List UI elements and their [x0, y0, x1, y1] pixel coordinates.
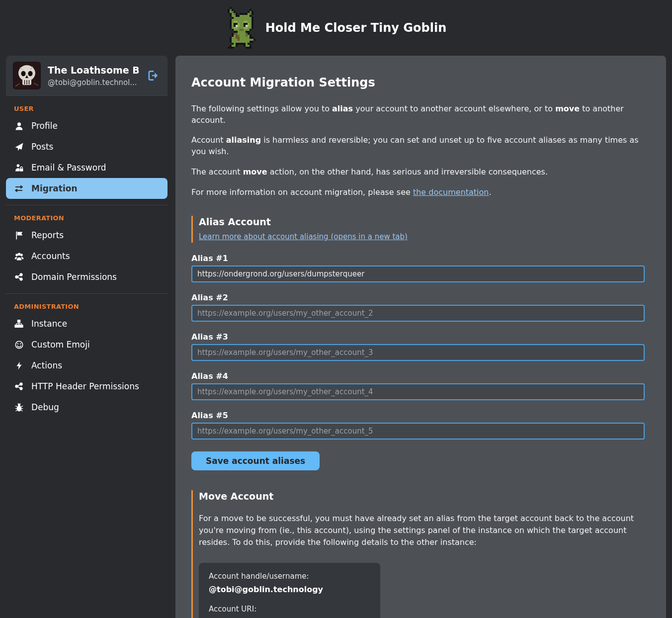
share-nodes-icon [14, 382, 24, 390]
alias-5-input[interactable] [191, 423, 645, 440]
sidebar-item-debug[interactable]: Debug [6, 397, 168, 418]
share-nodes-icon [14, 273, 24, 281]
account-uri-label: Account URI: [209, 605, 370, 614]
sidebar-item-custom-emoji[interactable]: Custom Emoji [6, 334, 168, 355]
section-label: ADMINISTRATION [14, 303, 168, 310]
alias-1-input[interactable] [191, 265, 645, 282]
users-icon [14, 252, 24, 261]
move-account-title: Move Account [199, 491, 645, 502]
alias-account-section-head: Alias Account Learn more about account a… [191, 216, 645, 243]
user-lock-icon [14, 164, 24, 172]
sidebar-item-migration[interactable]: Migration [6, 178, 168, 199]
intro-paragraph: For more information on account migratio… [191, 187, 645, 198]
alias-2-label: Alias #2 [191, 293, 645, 302]
intro-paragraph: The following settings allow you to alia… [191, 103, 645, 126]
account-handle-label: Account handle/username: [209, 572, 370, 581]
avatar [13, 62, 41, 89]
exchange-arrows-icon [14, 185, 24, 192]
documentation-link[interactable]: the documentation [413, 187, 489, 197]
app-header: Hold Me Closer Tiny Goblin [0, 0, 672, 56]
alias-5-label: Alias #5 [191, 411, 645, 420]
sidebar-item-http-header-permissions[interactable]: HTTP Header Permissions [6, 376, 168, 397]
account-details-box: Account handle/username: @tobi@goblin.te… [199, 563, 380, 618]
sidebar-item-profile[interactable]: Profile [6, 115, 168, 136]
section-label: USER [14, 105, 168, 112]
move-account-description: For a move to be successful, you must ha… [199, 513, 645, 548]
user-display-name: The Loathsome B... [48, 65, 139, 76]
save-account-aliases-button[interactable]: Save account aliases [191, 451, 320, 470]
sidebar-section-moderation: MODERATION Reports [6, 205, 168, 293]
goblin-logo-icon [226, 7, 255, 49]
sign-out-icon[interactable] [146, 68, 161, 83]
smiley-icon [14, 341, 24, 349]
alias-4-label: Alias #4 [191, 371, 645, 381]
user-handle: @tobi@goblin.technol... [48, 78, 139, 87]
sidebar-section-user: USER Profile Posts [6, 95, 168, 205]
bolt-icon [14, 361, 24, 370]
section-label: MODERATION [14, 214, 168, 222]
sitemap-icon [14, 320, 24, 328]
user-icon [14, 122, 24, 130]
alias-1-label: Alias #1 [191, 254, 645, 263]
intro-paragraph: The account move action, on the other ha… [191, 167, 645, 178]
page-title: Account Migration Settings [191, 76, 645, 89]
alias-4-input[interactable] [191, 383, 645, 400]
app-title: Hold Me Closer Tiny Goblin [265, 21, 447, 35]
sidebar-item-accounts[interactable]: Accounts [6, 246, 168, 266]
sidebar-item-actions[interactable]: Actions [6, 355, 168, 376]
paper-plane-icon [14, 143, 24, 151]
sidebar-section-administration: ADMINISTRATION Instance [6, 293, 168, 424]
sidebar-item-posts[interactable]: Posts [6, 136, 168, 157]
user-card: The Loathsome B... @tobi@goblin.technol.… [6, 56, 168, 95]
alias-learn-more-link[interactable]: Learn more about account aliasing (opens… [199, 232, 408, 241]
alias-2-input[interactable] [191, 305, 645, 322]
sidebar-item-instance[interactable]: Instance [6, 313, 168, 334]
bug-icon [14, 403, 24, 412]
flag-icon [14, 231, 24, 240]
sidebar: The Loathsome B... @tobi@goblin.technol.… [6, 56, 168, 424]
main-panel: Account Migration Settings The following… [175, 56, 666, 618]
intro-paragraph: Account aliasing is harmless and reversi… [191, 135, 645, 157]
move-account-section: Move Account For a move to be successful… [191, 490, 645, 618]
sidebar-item-email-password[interactable]: Email & Password [6, 157, 168, 178]
sidebar-item-reports[interactable]: Reports [6, 225, 168, 246]
account-handle-value: @tobi@goblin.technology [209, 585, 370, 594]
alias-account-title: Alias Account [199, 216, 645, 227]
sidebar-item-domain-permissions[interactable]: Domain Permissions [6, 266, 168, 287]
alias-form: Alias #1 Alias #2 Alias #3 Alias #4 Alia… [191, 254, 645, 470]
alias-3-input[interactable] [191, 344, 645, 361]
alias-3-label: Alias #3 [191, 332, 645, 342]
